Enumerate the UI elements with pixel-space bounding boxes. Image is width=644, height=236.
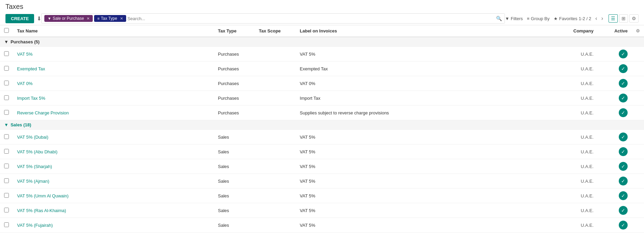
cell-scope-6	[255, 130, 296, 144]
row-checkbox-2[interactable]	[4, 66, 9, 71]
row-checkbox-1[interactable]	[4, 51, 9, 56]
active-badge-8[interactable]: ✓	[619, 162, 628, 171]
active-badge-4[interactable]: ✓	[619, 94, 628, 102]
row-checkbox-5[interactable]	[4, 110, 9, 115]
search-input[interactable]	[128, 16, 495, 21]
cell-company-5: U.A.E.	[564, 106, 598, 120]
active-badge-5[interactable]: ✓	[619, 108, 628, 117]
table-row[interactable]: VAT 5% (Fujairah) Sales VAT 5% U.A.E. ✓	[0, 218, 644, 233]
active-badge-2[interactable]: ✓	[619, 64, 628, 73]
cell-active-7: ✓	[598, 144, 632, 159]
cell-scope-8	[255, 159, 296, 174]
taxes-table: Tax Name Tax Type Tax Scope Label on Inv…	[0, 25, 644, 233]
create-button[interactable]: CREATE	[5, 14, 34, 23]
table-row[interactable]: VAT 0% Purchases VAT 0% U.A.E. ✓	[0, 76, 644, 91]
cell-active-11: ✓	[598, 203, 632, 218]
active-badge-12[interactable]: ✓	[619, 221, 628, 230]
groupby-button[interactable]: ≡ Group By	[527, 16, 550, 21]
filter-funnel-icon: ▼	[47, 16, 51, 20]
table-row[interactable]: VAT 5% Purchases VAT 5% U.A.E. ✓	[0, 47, 644, 61]
cell-scope-11	[255, 203, 296, 218]
table-row[interactable]: Exempted Tax Purchases Exempted Tax U.A.…	[0, 61, 644, 76]
row-checkbox-9[interactable]	[4, 178, 9, 183]
cell-scope-9	[255, 174, 296, 189]
cell-company-2: U.A.E.	[564, 61, 598, 76]
filter-tag-close-tax-type[interactable]: ✕	[120, 16, 123, 21]
filters-button[interactable]: ▼ Filters	[505, 16, 523, 21]
cell-active-9: ✓	[598, 174, 632, 189]
cell-active-10: ✓	[598, 189, 632, 203]
row-checkbox-3[interactable]	[4, 81, 9, 85]
active-badge-1[interactable]: ✓	[619, 50, 628, 58]
active-badge-10[interactable]: ✓	[619, 191, 628, 200]
group-arrow-purchases[interactable]: ▼	[4, 39, 9, 44]
group-label-purchases: Purchases (5)	[11, 39, 40, 44]
cell-scope-10	[255, 189, 296, 203]
cell-label-6: VAT 5%	[296, 130, 564, 144]
cell-company-9: U.A.E.	[564, 174, 598, 189]
cell-company-12: U.A.E.	[564, 218, 598, 233]
row-checkbox-11[interactable]	[4, 208, 9, 212]
search-icon[interactable]: 🔍	[496, 16, 502, 21]
cell-label-5: Supplies subject to reverse charge provi…	[296, 106, 564, 120]
row-checkbox-8[interactable]	[4, 164, 9, 168]
row-checkbox-7[interactable]	[4, 149, 9, 154]
cell-tax-name-9: VAT 5% (Ajman)	[13, 174, 214, 189]
filter-tag-sale-purchase[interactable]: ▼ Sale or Purchase ✕	[44, 15, 93, 22]
cell-label-7: VAT 5%	[296, 144, 564, 159]
cell-tax-name-5: Reverse Charge Provision	[13, 106, 214, 120]
cell-company-4: U.A.E.	[564, 91, 598, 106]
cell-tax-name-8: VAT 5% (Sharjah)	[13, 159, 214, 174]
cell-active-6: ✓	[598, 130, 632, 144]
kanban-view-button[interactable]: ⊞	[619, 14, 628, 23]
list-view-button[interactable]: ☰	[609, 14, 618, 23]
active-badge-9[interactable]: ✓	[619, 177, 628, 185]
active-badge-11[interactable]: ✓	[619, 206, 628, 215]
select-all-checkbox[interactable]	[4, 28, 9, 33]
search-wrapper: ▼ Sale or Purchase ✕ ≡ Tax Type ✕ 🔍	[41, 13, 505, 24]
column-settings-button[interactable]: ⚙	[629, 14, 639, 23]
star-icon: ★	[554, 16, 558, 21]
pagination-next[interactable]: ›	[600, 15, 604, 22]
cell-tax-name-4: Import Tax 5%	[13, 91, 214, 106]
table-row[interactable]: VAT 5% (Ajman) Sales VAT 5% U.A.E. ✓	[0, 174, 644, 189]
cell-label-9: VAT 5%	[296, 174, 564, 189]
cell-scope-12	[255, 218, 296, 233]
active-badge-7[interactable]: ✓	[619, 147, 628, 156]
cell-tax-name-12: VAT 5% (Fujairah)	[13, 218, 214, 233]
table-row[interactable]: Reverse Charge Provision Purchases Suppl…	[0, 106, 644, 120]
table-row[interactable]: VAT 5% (Umm Al Quwain) Sales VAT 5% U.A.…	[0, 189, 644, 203]
cell-tax-type-10: Sales	[214, 189, 255, 203]
pagination-prev[interactable]: ‹	[594, 15, 598, 22]
row-checkbox-10[interactable]	[4, 193, 9, 198]
table-row[interactable]: VAT 5% (Abu Dhabi) Sales VAT 5% U.A.E. ✓	[0, 144, 644, 159]
table-row[interactable]: VAT 5% (Dubai) Sales VAT 5% U.A.E. ✓	[0, 130, 644, 144]
row-checkbox-6[interactable]	[4, 134, 9, 139]
col-header-tax-type: Tax Type	[214, 25, 255, 37]
row-checkbox-4[interactable]	[4, 95, 9, 100]
pagination-info: 1-2 / 2	[579, 16, 591, 21]
col-header-tax-name: Tax Name	[13, 25, 214, 37]
group-arrow-sales[interactable]: ▼	[4, 122, 9, 127]
cell-label-11: VAT 5%	[296, 203, 564, 218]
active-badge-6[interactable]: ✓	[619, 133, 628, 141]
active-badge-3[interactable]: ✓	[619, 79, 628, 88]
cell-active-12: ✓	[598, 218, 632, 233]
col-header-label-invoices: Label on Invoices	[296, 25, 564, 37]
cell-scope-2	[255, 61, 296, 76]
page-title: Taxes	[5, 3, 23, 10]
cell-label-3: VAT 0%	[296, 76, 564, 91]
table-row[interactable]: Import Tax 5% Purchases Import Tax U.A.E…	[0, 91, 644, 106]
favorites-button[interactable]: ★ Favorites	[554, 16, 577, 21]
col-header-active: Active	[598, 25, 632, 37]
filter-tag-tax-type[interactable]: ≡ Tax Type ✕	[94, 15, 126, 22]
filter-tag-close-sale-purchase[interactable]: ✕	[87, 16, 90, 21]
cell-scope-1	[255, 47, 296, 61]
filter-tag-label-taxtype: Tax Type	[101, 16, 117, 21]
row-checkbox-12[interactable]	[4, 222, 9, 227]
table-row[interactable]: VAT 5% (Sharjah) Sales VAT 5% U.A.E. ✓	[0, 159, 644, 174]
download-icon[interactable]: ⬇	[37, 15, 41, 22]
table-settings-icon[interactable]: ⚙	[636, 28, 640, 33]
table-row[interactable]: VAT 5% (Ras Al-Khaima) Sales VAT 5% U.A.…	[0, 203, 644, 218]
cell-label-8: VAT 5%	[296, 159, 564, 174]
